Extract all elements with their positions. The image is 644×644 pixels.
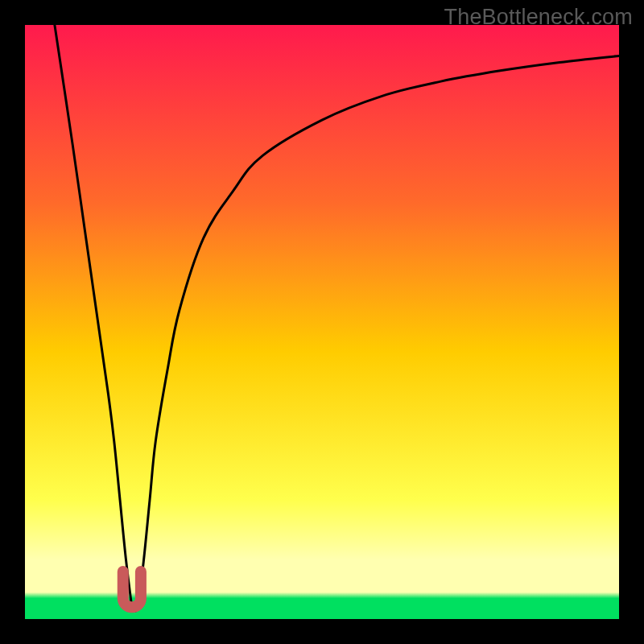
plot-area — [25, 25, 619, 619]
minimum-u-marker — [123, 572, 141, 607]
curve-layer — [25, 25, 619, 619]
bottleneck-curve-left — [55, 25, 132, 607]
bottleneck-curve-right — [132, 56, 619, 611]
outer-black-frame: TheBottleneck.com — [0, 0, 644, 644]
watermark-text: TheBottleneck.com — [444, 5, 633, 30]
